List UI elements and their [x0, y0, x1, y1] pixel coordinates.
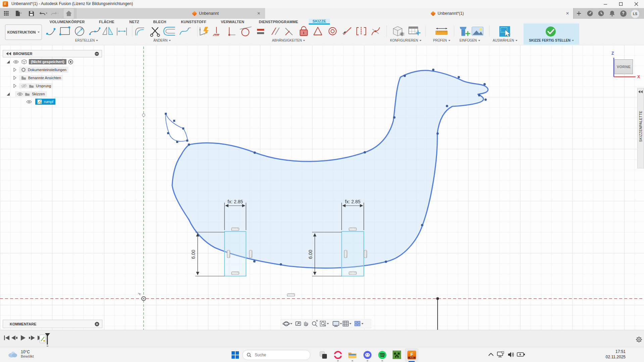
- save-icon[interactable]: [27, 9, 36, 18]
- close-button[interactable]: [629, 0, 644, 8]
- expand-icon[interactable]: [638, 90, 643, 93]
- group-einfuegen[interactable]: EINFÜGEN: [455, 39, 485, 42]
- visibility-eye-icon[interactable]: [13, 60, 19, 64]
- browser-row-dokumenteinstellungen[interactable]: Dokumenteinstellungen: [13, 66, 68, 73]
- group-aendern[interactable]: ÄNDERN: [145, 39, 179, 42]
- tab-close-icon[interactable]: ✕: [566, 11, 569, 16]
- fusion-taskbar-icon[interactable]: F FUS: [405, 348, 418, 362]
- browser-row-skizzen[interactable]: Skizzen: [7, 91, 47, 97]
- insert-fastener-icon[interactable]: [460, 27, 470, 36]
- constraint-symmetry-icon[interactable]: [357, 27, 366, 35]
- document-tab-unbenannt-1[interactable]: Unbenannt*(1) ✕: [265, 8, 574, 19]
- weather-widget[interactable]: 10°C Bewölkt: [7, 350, 34, 358]
- insert-image-icon[interactable]: [472, 27, 483, 36]
- constraint-parallel-icon[interactable]: [272, 28, 279, 35]
- dimension-tool-icon[interactable]: [117, 28, 127, 35]
- new-tab-icon[interactable]: [575, 9, 583, 18]
- mirror-tool-icon[interactable]: [103, 27, 113, 35]
- model-canvas[interactable]: [0, 45, 644, 330]
- constraint-concentric-icon[interactable]: [329, 28, 336, 35]
- battery-icon[interactable]: [517, 352, 526, 358]
- undo-icon[interactable]: [39, 9, 48, 18]
- offset-tool-icon[interactable]: [164, 27, 175, 35]
- tray-clock[interactable]: 17:51 02.11.2025: [599, 349, 626, 360]
- skip-to-start-icon[interactable]: [4, 335, 9, 340]
- opera-gx-icon[interactable]: [332, 349, 344, 361]
- taskbar-search[interactable]: [242, 350, 310, 360]
- timeline-sketch-item[interactable]: [40, 335, 46, 343]
- document-tab-unbenannt[interactable]: Unbenannt ✕: [77, 8, 265, 19]
- user-avatar[interactable]: LS: [631, 9, 640, 18]
- group-konfigurieren[interactable]: KONFIGURIEREN: [384, 39, 428, 42]
- constraint-lock-icon[interactable]: [300, 27, 307, 36]
- browser-panel-header[interactable]: BROWSER: [3, 50, 102, 57]
- redo-icon[interactable]: [50, 9, 59, 18]
- constraint-midpoint-icon[interactable]: [343, 28, 351, 35]
- sketch-dimension-icon[interactable]: [199, 27, 209, 35]
- browser-row-ursprung[interactable]: Ursprung: [13, 83, 53, 89]
- document-node-label[interactable]: (Nicht gespeichert): [29, 59, 66, 64]
- select-tool-icon[interactable]: [499, 26, 510, 37]
- file-menu-icon[interactable]: [14, 9, 23, 18]
- timeline-settings-gear-icon[interactable]: [635, 336, 643, 343]
- configure-table-icon[interactable]: [409, 27, 420, 35]
- panel-minus-icon[interactable]: [95, 52, 99, 56]
- measure-tool-icon[interactable]: [436, 28, 447, 35]
- trim-tool-icon[interactable]: [150, 28, 159, 37]
- step-back-icon[interactable]: [11, 335, 17, 340]
- expander-open-icon[interactable]: [7, 60, 10, 63]
- file-explorer-icon[interactable]: [346, 349, 358, 361]
- home-view-button[interactable]: [64, 9, 74, 18]
- configure-cube-icon[interactable]: [393, 27, 404, 36]
- constraint-equal-icon[interactable]: [257, 29, 264, 34]
- browser-row-rumpf[interactable]: rumpf: [26, 98, 55, 105]
- volume-icon[interactable]: [507, 351, 515, 358]
- constraint-vertical-icon[interactable]: [228, 28, 235, 36]
- group-abhaengigkeiten[interactable]: ABHÄNGIGKEITEN: [265, 39, 312, 42]
- group-skizze-fertig[interactable]: SKIZZE FERTIG STELLEN: [525, 39, 578, 42]
- visibility-off-eye-icon[interactable]: [21, 84, 27, 88]
- spline-tool-icon[interactable]: [89, 28, 101, 35]
- comments-panel-header[interactable]: KOMMENTARE: [3, 320, 102, 328]
- spotify-icon[interactable]: [376, 349, 388, 361]
- step-forward-icon[interactable]: [29, 335, 35, 340]
- line-tool-icon[interactable]: [46, 28, 55, 35]
- finish-sketch-check-icon[interactable]: [546, 27, 556, 37]
- minecraft-icon[interactable]: [391, 349, 403, 361]
- minimize-button[interactable]: [598, 0, 613, 8]
- add-comment-icon[interactable]: [95, 322, 99, 326]
- expander-closed-icon[interactable]: [13, 76, 16, 80]
- network-icon[interactable]: [497, 351, 505, 358]
- job-status-clock-icon[interactable]: [597, 9, 605, 18]
- constraint-curvature-icon[interactable]: [372, 28, 380, 35]
- help-icon[interactable]: ?: [619, 9, 628, 18]
- start-button[interactable]: [229, 349, 241, 361]
- notifications-bell-icon[interactable]: [608, 9, 616, 18]
- constraint-tangent-icon[interactable]: [240, 27, 251, 36]
- tray-chevron-up-icon[interactable]: [487, 352, 495, 357]
- search-input[interactable]: [254, 352, 302, 358]
- play-icon[interactable]: [21, 335, 26, 341]
- group-erstellen[interactable]: ERSTELLEN: [70, 39, 103, 42]
- extensions-icon[interactable]: [586, 9, 594, 18]
- collapse-icon[interactable]: [6, 52, 12, 55]
- rectangle-tool-icon[interactable]: [59, 27, 70, 35]
- discord-icon[interactable]: [361, 349, 374, 361]
- skizzenpalette-collapsed-panel[interactable]: SKIZZENPALETTE: [637, 88, 644, 168]
- visibility-eye-icon[interactable]: [26, 100, 32, 104]
- tab-close-icon[interactable]: ✕: [257, 11, 260, 16]
- constraint-polygon-icon[interactable]: [314, 27, 322, 35]
- browser-row-document[interactable]: (Nicht gespeichert): [7, 58, 73, 65]
- curve-tool-icon[interactable]: [180, 28, 191, 35]
- constraint-fix-icon[interactable]: [213, 27, 219, 36]
- grid-settings-icon[interactable]: [343, 321, 348, 326]
- expander-open-icon[interactable]: [7, 93, 10, 96]
- viewcube-front-face[interactable]: VORNE: [614, 59, 633, 74]
- app-grid-icon[interactable]: [2, 9, 11, 18]
- maximize-button[interactable]: [613, 0, 629, 8]
- circle-tool-icon[interactable]: [75, 27, 84, 36]
- expander-closed-icon[interactable]: [13, 84, 16, 88]
- viewcube[interactable]: Z X VORNE: [607, 50, 643, 82]
- constraint-perpendicular-icon[interactable]: [286, 28, 292, 35]
- browser-row-benannte-ansichten[interactable]: Benannte Ansichten: [13, 74, 63, 81]
